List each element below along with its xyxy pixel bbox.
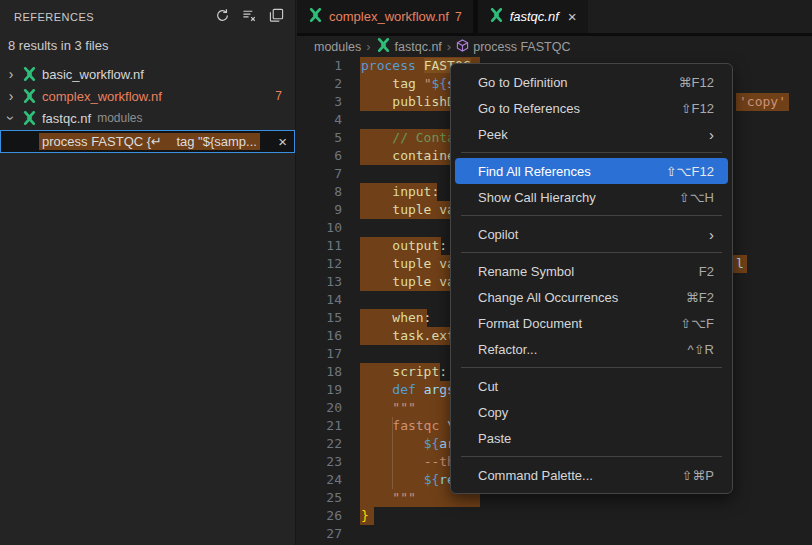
collapse-all-icon xyxy=(269,8,284,27)
results-summary: 8 results in 3 files xyxy=(0,34,295,63)
menu-item-paste[interactable]: Paste xyxy=(455,425,728,451)
clear-results-button[interactable] xyxy=(240,8,258,26)
dismiss-reference-icon[interactable]: × xyxy=(278,131,287,152)
menu-item-find-all-references[interactable]: Find All References⇧⌥F12 xyxy=(455,158,728,184)
sidebar-item-basic_workflow-nf[interactable]: ›basic_workflow.nf xyxy=(0,63,295,85)
menu-item-label: Find All References xyxy=(478,164,666,179)
tab-fastqc-nf[interactable]: fastqc.nf× xyxy=(478,0,588,33)
nextflow-file-icon xyxy=(489,8,504,25)
code-line: 26} xyxy=(297,507,812,525)
menu-item-shortcut: ⌘F12 xyxy=(679,75,714,90)
menu-item-go-to-references[interactable]: Go to References⇧F12 xyxy=(455,95,728,121)
code-text: ${ar xyxy=(361,435,455,453)
breadcrumb-item-modules[interactable]: modules xyxy=(314,40,361,54)
menu-item-label: Copilot xyxy=(478,227,709,242)
menu-item-show-call-hierarchy[interactable]: Show Call Hierarchy⇧⌥H xyxy=(455,184,728,210)
line-number: 6 xyxy=(297,147,342,165)
code-text: tag "${s xyxy=(361,75,455,93)
line-number: 27 xyxy=(297,525,342,543)
code-text: tuple va xyxy=(361,255,455,273)
references-panel-header: REFERENCES xyxy=(0,0,295,34)
symbol-namespace-icon xyxy=(456,39,469,55)
context-menu: Go to Definition⌘F12Go to References⇧F12… xyxy=(450,63,733,494)
menu-item-change-all-occurrences[interactable]: Change All Occurrences⌘F2 xyxy=(455,284,728,310)
menu-separator xyxy=(461,252,722,253)
file-name: complex_workflow.nf xyxy=(42,89,162,104)
menu-item-shortcut: ⇧F12 xyxy=(681,101,714,116)
menu-item-shortcut: ⇧⌥F12 xyxy=(666,164,714,179)
line-number: 15 xyxy=(297,309,342,327)
tab-complex_workflow-nf[interactable]: complex_workflow.nf7 xyxy=(297,0,473,33)
menu-item-go-to-definition[interactable]: Go to Definition⌘F12 xyxy=(455,69,728,95)
line-number: 25 xyxy=(297,489,342,507)
menu-separator xyxy=(461,215,722,216)
code-text: def args xyxy=(361,381,455,399)
code-text: // Conta xyxy=(361,129,455,147)
breadcrumb-item-process-FASTQC[interactable]: process FASTQC xyxy=(456,39,570,55)
code-text-fragment: l xyxy=(733,255,747,273)
menu-item-rename-symbol[interactable]: Rename SymbolF2 xyxy=(455,258,728,284)
menu-item-cut[interactable]: Cut xyxy=(455,373,728,399)
line-number: 19 xyxy=(297,381,342,399)
close-icon[interactable]: × xyxy=(568,8,577,25)
line-number: 9 xyxy=(297,201,342,219)
sidebar-item-complex_workflow-nf[interactable]: ›complex_workflow.nf7 xyxy=(0,85,295,107)
menu-item-format-document[interactable]: Format Document⇧⌥F xyxy=(455,310,728,336)
code-text: """ xyxy=(361,399,416,417)
code-text: task.ext xyxy=(361,327,455,345)
breadcrumb-separator: › xyxy=(447,39,451,54)
menu-item-copy[interactable]: Copy xyxy=(455,399,728,425)
code-text: --th xyxy=(361,453,455,471)
nextflow-icon xyxy=(376,38,391,55)
line-number: 24 xyxy=(297,471,342,489)
menu-item-shortcut: F2 xyxy=(699,264,714,279)
tabbar-empty-space xyxy=(588,0,812,33)
line-number: 1 xyxy=(297,57,342,75)
line-number: 4 xyxy=(297,111,342,129)
collapse-all-button[interactable] xyxy=(267,8,285,26)
chevron-down-icon: › xyxy=(0,110,22,126)
menu-item-peek[interactable]: Peek› xyxy=(455,121,728,147)
editor-tabbar: complex_workflow.nf7fastqc.nf× xyxy=(297,0,812,36)
line-number: 22 xyxy=(297,435,342,453)
selected-reference-row[interactable]: process FASTQC {↵ tag "${samp... × xyxy=(0,130,295,153)
nextflow-file-icon xyxy=(308,8,323,25)
panel-title: REFERENCES xyxy=(14,11,213,23)
line-number: 23 xyxy=(297,453,342,471)
menu-item-label: Copy xyxy=(478,405,714,420)
code-text: ${re xyxy=(361,471,455,489)
refresh-button[interactable] xyxy=(213,8,231,26)
menu-item-refactor-[interactable]: Refactor...^⇧R xyxy=(455,336,728,362)
menu-item-label: Peek xyxy=(478,127,709,142)
menu-item-label: Go to Definition xyxy=(478,75,679,90)
code-text: script: xyxy=(361,363,447,381)
menu-item-label: Go to References xyxy=(478,101,681,116)
menu-item-label: Show Call Hierarchy xyxy=(478,190,679,205)
line-number: 21 xyxy=(297,417,342,435)
line-number: 18 xyxy=(297,363,342,381)
code-line: 27 xyxy=(297,525,812,543)
breadcrumb-item-fastqc-nf[interactable]: fastqc.nf xyxy=(376,38,442,55)
chevron-right-icon: › xyxy=(0,66,22,82)
submenu-chevron-icon: › xyxy=(709,226,714,243)
menu-item-command-palette-[interactable]: Command Palette...⇧⌘P xyxy=(455,462,728,488)
reference-snippet: process FASTQC {↵ tag "${samp... xyxy=(39,133,260,150)
line-number: 13 xyxy=(297,273,342,291)
breadcrumb-label: modules xyxy=(314,40,361,54)
code-text: when: xyxy=(361,309,431,327)
menu-separator xyxy=(461,367,722,368)
code-text: input: xyxy=(361,183,439,201)
code-text: """ xyxy=(361,489,416,507)
submenu-chevron-icon: › xyxy=(709,126,714,143)
menu-item-copilot[interactable]: Copilot› xyxy=(455,221,728,247)
menu-item-label: Rename Symbol xyxy=(478,264,699,279)
line-number: 11 xyxy=(297,237,342,255)
vscode-window: REFERENCES 8 results in 3 files ›basic_w… xyxy=(0,0,812,545)
tab-badge: 7 xyxy=(455,10,462,24)
file-description: modules xyxy=(97,111,142,125)
menu-item-shortcut: ⇧⌘P xyxy=(681,468,714,483)
nextflow-file-icon xyxy=(22,89,42,103)
sidebar-item-fastqc-nf[interactable]: ›fastqc.nfmodules xyxy=(0,107,295,129)
code-text: output: xyxy=(361,237,447,255)
menu-separator xyxy=(461,152,722,153)
